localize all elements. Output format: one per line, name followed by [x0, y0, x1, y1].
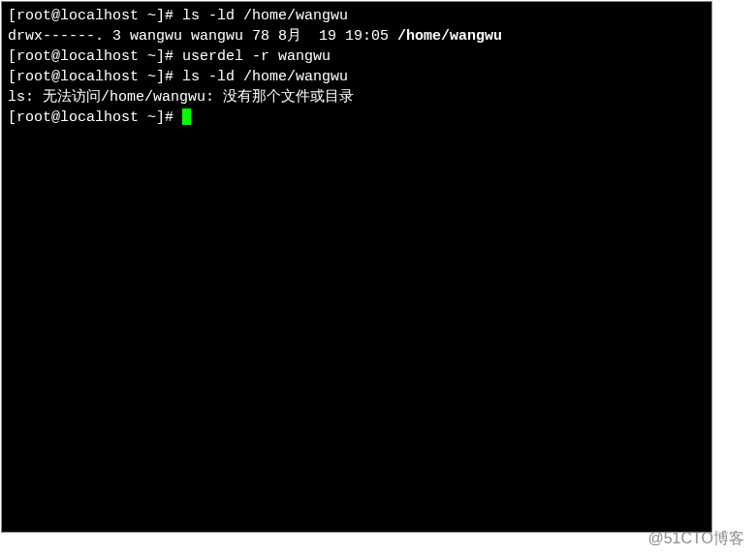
shell-error-output: ls: 无法访问/home/wangwu: 没有那个文件或目录: [8, 89, 354, 106]
shell-prompt: [root@localhost ~]#: [8, 109, 182, 126]
terminal-line: ls: 无法访问/home/wangwu: 没有那个文件或目录: [8, 87, 706, 108]
ls-output-path: /home/wangwu: [397, 28, 502, 45]
shell-command: ls -ld /home/wangwu: [182, 8, 348, 24]
ls-output-permissions: drwx------. 3 wangwu wangwu 78 8月 19 19:…: [8, 28, 397, 45]
cursor: [182, 108, 191, 125]
terminal-line: [root@localhost ~]# ls -ld /home/wangwu: [8, 6, 706, 26]
terminal-line: [root@localhost ~]#: [8, 108, 706, 128]
shell-prompt: [root@localhost ~]#: [8, 48, 182, 65]
terminal-window[interactable]: [root@localhost ~]# ls -ld /home/wangwu …: [1, 1, 712, 533]
watermark: @51CTO博客: [647, 529, 744, 549]
shell-prompt: [root@localhost ~]#: [8, 8, 182, 24]
shell-command: ls -ld /home/wangwu: [182, 69, 348, 85]
terminal-line: drwx------. 3 wangwu wangwu 78 8月 19 19:…: [8, 26, 706, 46]
terminal-line: [root@localhost ~]# ls -ld /home/wangwu: [8, 67, 706, 87]
shell-command: userdel -r wangwu: [182, 48, 331, 65]
terminal-line: [root@localhost ~]# userdel -r wangwu: [8, 46, 706, 67]
shell-prompt: [root@localhost ~]#: [8, 69, 182, 85]
